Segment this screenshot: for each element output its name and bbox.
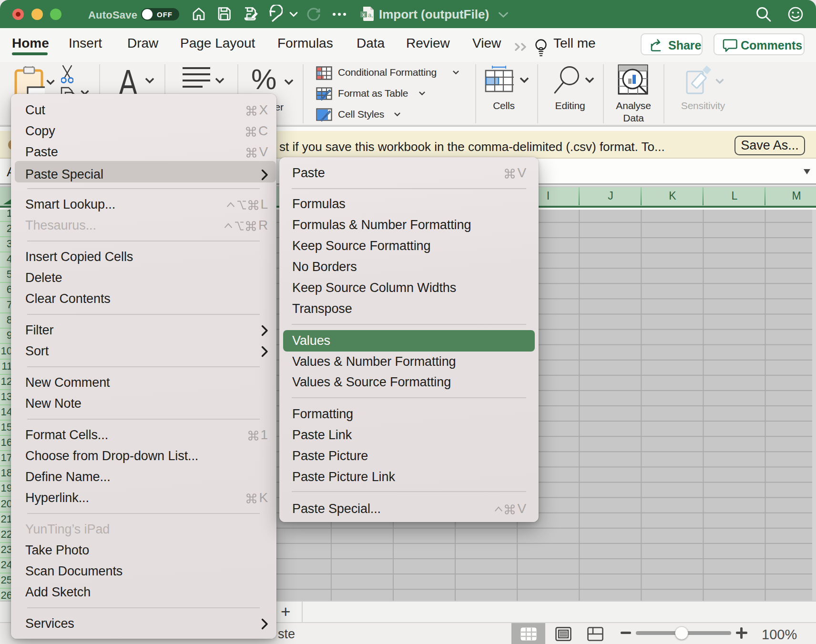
svg-text:a,: a, <box>368 11 373 19</box>
svg-text:x: x <box>362 11 365 18</box>
